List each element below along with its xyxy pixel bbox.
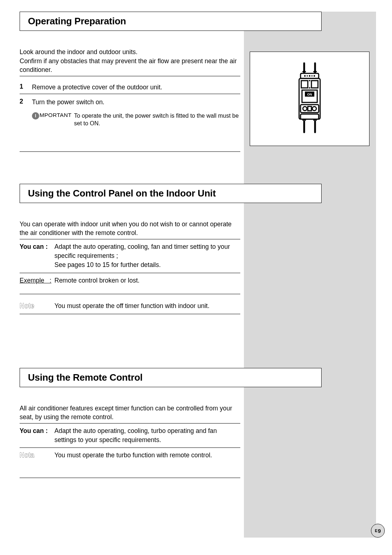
kv-value: Adapt the auto operating, cooling, turbo… xyxy=(54,426,240,445)
intro-text: All air conditioner features except time… xyxy=(20,404,240,423)
svg-point-1 xyxy=(304,75,306,77)
important-label: MPORTANT xyxy=(40,112,72,118)
step-text: Remove a protective cover of the outdoor… xyxy=(32,83,240,92)
step-number: 2 xyxy=(20,98,32,107)
switch-icon: ON xyxy=(296,62,323,135)
step-row: 2 Turn the power switch on. xyxy=(20,94,240,107)
heading-text: Using the Control Panel on the Indoor Un… xyxy=(28,188,316,199)
svg-point-2 xyxy=(309,75,310,77)
kv-label: Nota xyxy=(20,451,54,460)
info-icon: I xyxy=(32,112,39,119)
svg-text:ON: ON xyxy=(307,93,312,96)
power-switch-illustration: ON xyxy=(250,52,369,146)
svg-point-15 xyxy=(303,107,307,111)
svg-rect-17 xyxy=(308,106,311,111)
svg-rect-7 xyxy=(301,81,308,88)
section-heading-control-panel: Using the Control Panel on the Indoor Un… xyxy=(20,184,322,203)
page-number-badge: E9 xyxy=(371,524,385,538)
kv-label: Exemple : xyxy=(20,276,54,285)
intro-text: You can operate with indoor unit when yo… xyxy=(20,220,240,239)
important-note: I MPORTANT To operate the unit, the powe… xyxy=(20,112,240,127)
svg-rect-8 xyxy=(311,81,318,88)
kv-label: You can : xyxy=(20,242,54,270)
kv-row: Nota You must operate the turbo function… xyxy=(20,448,240,477)
step-row: 1 Remove a protective cover of the outdo… xyxy=(20,79,240,94)
kv-row: Note You must operate the off timer func… xyxy=(20,294,240,314)
svg-point-5 xyxy=(311,75,313,77)
kv-value: Adapt the auto operating, cooling, fan a… xyxy=(54,242,240,270)
svg-point-16 xyxy=(313,107,317,111)
kv-row: You can : Adapt the auto operating, cool… xyxy=(20,239,240,273)
svg-rect-18 xyxy=(301,114,319,119)
intro-text: Look around the indoor and outdoor units… xyxy=(20,48,240,76)
svg-point-3 xyxy=(314,75,315,77)
page: ON Operating Preparation Look around the… xyxy=(0,0,392,555)
section-heading-operating-preparation: Operating Preparation xyxy=(20,12,322,31)
kv-value: You must operate the off timer function … xyxy=(54,301,240,311)
section-heading-remote-control: Using the Remote Control xyxy=(20,368,322,387)
kv-value: You must operate the turbo function with… xyxy=(54,451,240,460)
svg-point-4 xyxy=(307,75,308,77)
page-number-prefix: E xyxy=(375,528,377,533)
heading-text: Operating Preparation xyxy=(28,16,316,27)
kv-label: You can : xyxy=(20,426,54,445)
step-number: 1 xyxy=(20,83,32,92)
kv-row: Exemple : Remote control broken or lost. xyxy=(20,273,240,294)
step-text: Turn the power switch on. xyxy=(32,98,240,107)
kv-row: You can : Adapt the auto operating, cool… xyxy=(20,423,240,448)
heading-text: Using the Remote Control xyxy=(28,372,316,383)
page-number: 9 xyxy=(378,528,381,534)
important-text: To operate the unit, the power switch is… xyxy=(74,112,240,127)
kv-label: Note xyxy=(20,301,54,311)
kv-value: Remote control broken or lost. xyxy=(54,276,240,285)
